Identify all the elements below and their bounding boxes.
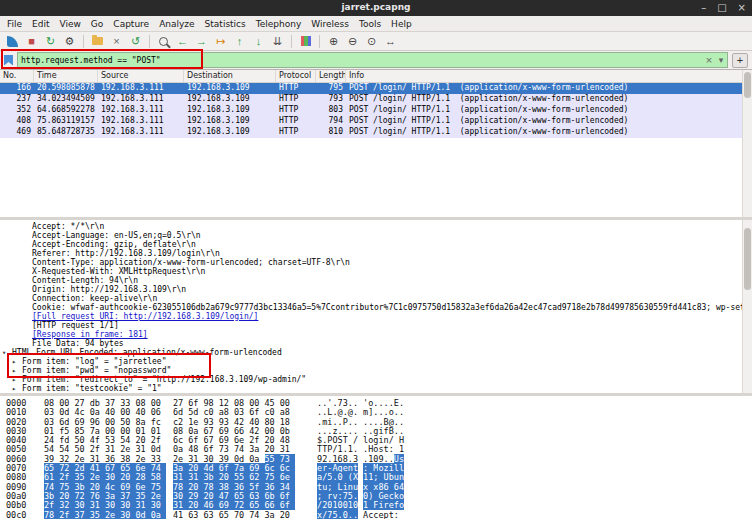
- column-header-info[interactable]: Info: [346, 70, 752, 82]
- hex-byte[interactable]: 78: [173, 482, 188, 491]
- hex-byte[interactable]: 30: [151, 500, 166, 509]
- hex-byte[interactable]: 30: [75, 500, 90, 509]
- hex-byte[interactable]: 20: [120, 472, 135, 481]
- hex-byte[interactable]: 27: [75, 398, 90, 407]
- hex-byte[interactable]: 4c: [75, 407, 90, 416]
- colorize-button[interactable]: [297, 34, 314, 49]
- hex-byte[interactable]: 3a: [249, 444, 264, 453]
- hex-byte[interactable]: 85: [75, 426, 90, 435]
- hex-byte[interactable]: 31: [173, 500, 188, 509]
- hex-ascii-char[interactable]: .: [399, 426, 404, 435]
- hex-byte[interactable]: 66: [234, 426, 249, 435]
- hex-byte[interactable]: 34: [280, 482, 295, 491]
- hex-byte[interactable]: 2d: [75, 463, 90, 472]
- reload-button[interactable]: ↺: [127, 34, 144, 49]
- hex-byte[interactable]: 63: [249, 491, 264, 500]
- hex-byte[interactable]: 48: [280, 435, 295, 444]
- zoom-out-button[interactable]: ⊖: [344, 34, 361, 49]
- hex-byte[interactable]: 78: [44, 510, 59, 519]
- hex-byte[interactable]: 35: [90, 510, 105, 519]
- hex-ascii-char[interactable]: .: [353, 426, 358, 435]
- hex-byte[interactable]: 1e: [188, 417, 203, 426]
- hex-byte[interactable]: 6e: [280, 472, 295, 481]
- hex-byte[interactable]: 30: [204, 454, 219, 463]
- hex-byte[interactable]: 3a: [265, 510, 280, 519]
- hex-byte[interactable]: 31: [173, 472, 188, 481]
- menu-item-telephony[interactable]: Telephony: [251, 18, 307, 30]
- hex-byte[interactable]: 2e: [120, 444, 135, 453]
- hex-byte[interactable]: 08: [44, 398, 59, 407]
- filter-add-button[interactable]: +: [732, 53, 748, 68]
- hex-byte[interactable]: 30: [173, 491, 188, 500]
- hex-byte[interactable]: 62: [249, 472, 264, 481]
- hex-byte[interactable]: 3b: [204, 472, 219, 481]
- hex-byte[interactable]: 20: [188, 500, 203, 509]
- detail-line[interactable]: Referer: http://192.168.3.109/login\r\n: [0, 249, 752, 258]
- filter-dropdown-icon[interactable]: ▾: [715, 54, 727, 66]
- hex-byte[interactable]: 37: [75, 510, 90, 519]
- menu-item-wireless[interactable]: Wireless: [306, 18, 354, 30]
- hex-byte[interactable]: 0b: [280, 426, 295, 435]
- packet-row[interactable]: 23734.023494509192.168.3.111192.168.3.10…: [0, 94, 752, 105]
- hex-byte[interactable]: 20: [188, 482, 203, 491]
- hex-byte[interactable]: 31: [136, 444, 151, 453]
- hex-byte[interactable]: 55: [234, 472, 249, 481]
- hex-byte[interactable]: 20: [280, 510, 295, 519]
- detail-line[interactable]: Connection: keep-alive\r\n: [0, 294, 752, 303]
- detail-line[interactable]: [Full request URI: http://192.168.3.109/…: [0, 312, 752, 321]
- hex-byte[interactable]: 74: [151, 463, 166, 472]
- detail-line[interactable]: Cookie: wfwaf-authcookie-623055106db2a67…: [0, 303, 752, 312]
- hex-byte[interactable]: 30: [120, 510, 135, 519]
- packet-list-scrollbar[interactable]: [742, 70, 752, 217]
- detail-line[interactable]: File Data: 94 bytes: [0, 339, 752, 348]
- hex-byte[interactable]: 74: [249, 510, 264, 519]
- hex-byte[interactable]: 0a: [188, 426, 203, 435]
- hex-byte[interactable]: 20: [136, 435, 151, 444]
- hex-byte[interactable]: 40: [136, 407, 151, 416]
- open-file-button[interactable]: [89, 34, 106, 49]
- packet-row[interactable]: 16620.598085878192.168.3.111192.168.3.10…: [0, 83, 752, 94]
- hex-ascii-char[interactable]: X: [353, 472, 358, 481]
- hex-byte[interactable]: 2f: [249, 435, 264, 444]
- hex-byte[interactable]: c0: [204, 407, 219, 416]
- hex-byte[interactable]: 2f: [151, 435, 166, 444]
- go-first-button[interactable]: ↑: [231, 34, 248, 49]
- hex-byte[interactable]: 50: [120, 417, 135, 426]
- hex-byte[interactable]: 74: [234, 444, 249, 453]
- detail-line[interactable]: ▸Form item: "testcookie" = "1": [0, 384, 752, 393]
- hex-byte[interactable]: 33: [120, 398, 135, 407]
- hex-byte[interactable]: 0d: [59, 407, 74, 416]
- hex-ascii-char[interactable]: n: [399, 472, 404, 481]
- hex-byte[interactable]: 70: [234, 510, 249, 519]
- hex-byte[interactable]: 69: [219, 435, 234, 444]
- hex-byte[interactable]: 0a: [151, 510, 166, 519]
- hex-byte[interactable]: 20: [265, 435, 280, 444]
- hex-byte[interactable]: 50: [75, 435, 90, 444]
- hex-byte[interactable]: 38: [120, 454, 135, 463]
- filter-clear-icon[interactable]: ×: [703, 54, 715, 66]
- hex-byte[interactable]: 2f: [59, 472, 74, 481]
- hex-ascii-char[interactable]: o: [399, 491, 404, 500]
- menu-item-edit[interactable]: Edit: [27, 18, 54, 30]
- hex-byte[interactable]: 20: [188, 463, 203, 472]
- hex-byte[interactable]: 03: [44, 407, 59, 416]
- hex-byte[interactable]: 32: [59, 454, 74, 463]
- hex-byte[interactable]: 42: [234, 417, 249, 426]
- hex-byte[interactable]: a8: [219, 407, 234, 416]
- hex-byte[interactable]: 40: [105, 407, 120, 416]
- hex-byte[interactable]: 6f: [188, 435, 203, 444]
- column-header-time[interactable]: Time: [34, 70, 98, 82]
- hex-ascii-char[interactable]: H: [399, 435, 404, 444]
- hex-ascii-char[interactable]: .: [353, 510, 358, 519]
- hex-byte[interactable]: 54: [120, 435, 135, 444]
- hex-byte[interactable]: 65: [44, 463, 59, 472]
- close-button[interactable]: ×: [738, 1, 746, 15]
- hex-byte[interactable]: 6d: [173, 407, 188, 416]
- hex-byte[interactable]: 31: [90, 454, 105, 463]
- hex-ascii-char[interactable]: l: [399, 463, 404, 472]
- hex-byte[interactable]: 69: [120, 482, 135, 491]
- hex-byte[interactable]: 72: [75, 491, 90, 500]
- hex-byte[interactable]: 00: [280, 398, 295, 407]
- hex-byte[interactable]: 00: [265, 426, 280, 435]
- column-header-proto[interactable]: Protocol: [276, 70, 316, 82]
